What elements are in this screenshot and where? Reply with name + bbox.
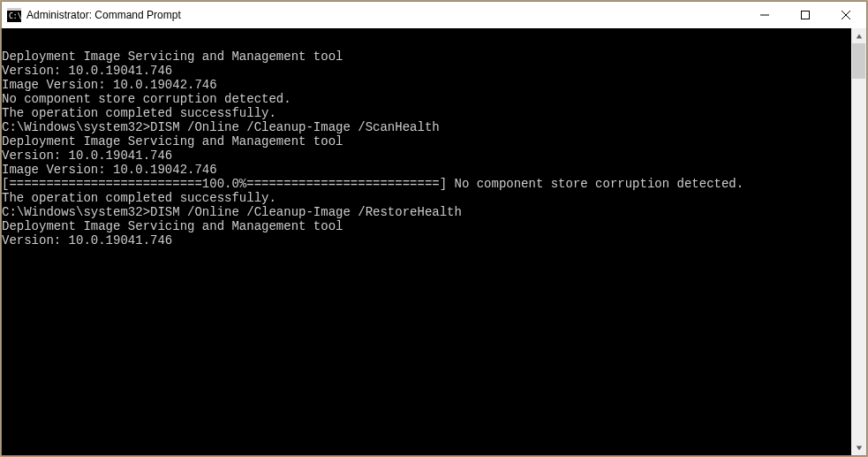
svg-rect-1: [7, 8, 21, 11]
terminal-line: The operation completed successfully.: [2, 191, 851, 205]
terminal-line: The operation completed successfully.: [2, 106, 851, 120]
terminal-line: Version: 10.0.19041.746: [2, 149, 851, 163]
terminal-output[interactable]: Deployment Image Servicing and Managemen…: [2, 28, 851, 455]
scroll-down-button[interactable]: [851, 440, 866, 455]
terminal-line: Deployment Image Servicing and Managemen…: [2, 134, 851, 149]
scroll-thumb[interactable]: [852, 43, 865, 79]
terminal-line: Version: 10.0.19041.746: [2, 233, 851, 248]
scroll-up-button[interactable]: [851, 28, 866, 43]
window-controls: [744, 2, 866, 28]
titlebar[interactable]: C:\ Administrator: Command Prompt: [2, 2, 866, 28]
maximize-button[interactable]: [785, 2, 826, 28]
terminal-line: No component store corruption detected.: [2, 92, 851, 106]
terminal-line: C:\Windows\system32>DISM /Online /Cleanu…: [2, 120, 851, 134]
minimize-button[interactable]: [744, 2, 785, 28]
terminal-line: Version: 10.0.19041.746: [2, 64, 851, 78]
scroll-track[interactable]: [851, 43, 866, 440]
terminal-line: Deployment Image Servicing and Managemen…: [2, 219, 851, 233]
window: C:\ Administrator: Command Prompt Deploy…: [1, 1, 867, 456]
svg-text:C:\: C:\: [9, 12, 21, 20]
window-title: Administrator: Command Prompt: [26, 9, 744, 21]
cmd-icon: C:\: [7, 8, 21, 22]
terminal-line: Deployment Image Servicing and Managemen…: [2, 50, 851, 64]
terminal-line: Image Version: 10.0.19042.746: [2, 163, 851, 177]
terminal-line: Image Version: 10.0.19042.746: [2, 78, 851, 92]
terminal-line: [==========================100.0%=======…: [2, 177, 851, 191]
terminal-line: C:\Windows\system32>DISM /Online /Cleanu…: [2, 205, 851, 219]
content-area: Deployment Image Servicing and Managemen…: [2, 28, 866, 455]
close-button[interactable]: [826, 2, 866, 28]
svg-rect-4: [802, 11, 810, 19]
vertical-scrollbar[interactable]: [851, 28, 866, 455]
svg-marker-7: [856, 34, 861, 38]
svg-marker-8: [856, 446, 861, 450]
